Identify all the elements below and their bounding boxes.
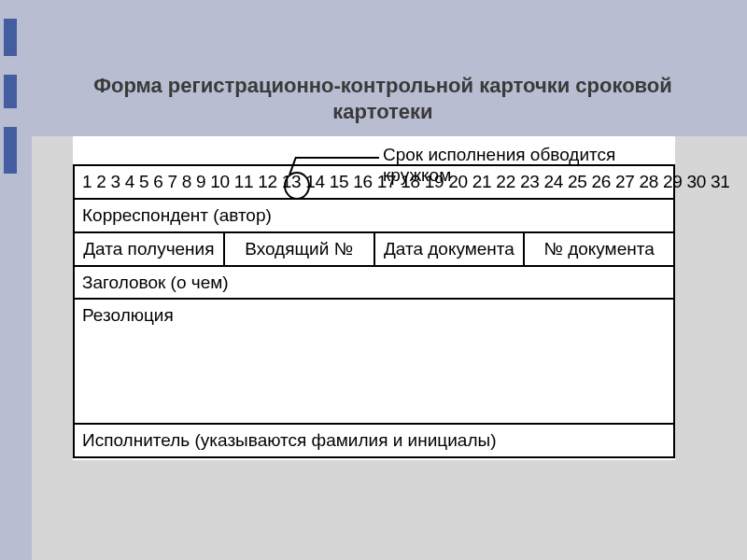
field-incoming-no: Входящий № (224, 232, 374, 266)
registration-card: Срок исполнения обводится кружком 1 2 3 … (73, 136, 675, 460)
field-executor: Исполнитель (указываются фамилия и иници… (74, 424, 674, 457)
field-subject: Заголовок (о чем) (74, 266, 674, 300)
field-correspondent: Корреспондент (автор) (74, 199, 674, 232)
field-doc-no: № документа (524, 232, 674, 266)
slide-title: Форма регистрационно-контрольной карточк… (56, 73, 710, 124)
field-doc-date: Дата документа (374, 232, 525, 266)
field-date-received: Дата получения (74, 232, 224, 266)
annotation-text: Срок исполнения обводится кружком (383, 145, 675, 186)
field-resolution: Резолюция (74, 299, 674, 424)
annotation: Срок исполнения обводится кружком (73, 136, 675, 164)
card-table: 1 2 3 4 5 6 7 8 9 10 11 12 13 14 15 16 1… (73, 164, 675, 458)
decorative-side-bars (4, 19, 17, 192)
